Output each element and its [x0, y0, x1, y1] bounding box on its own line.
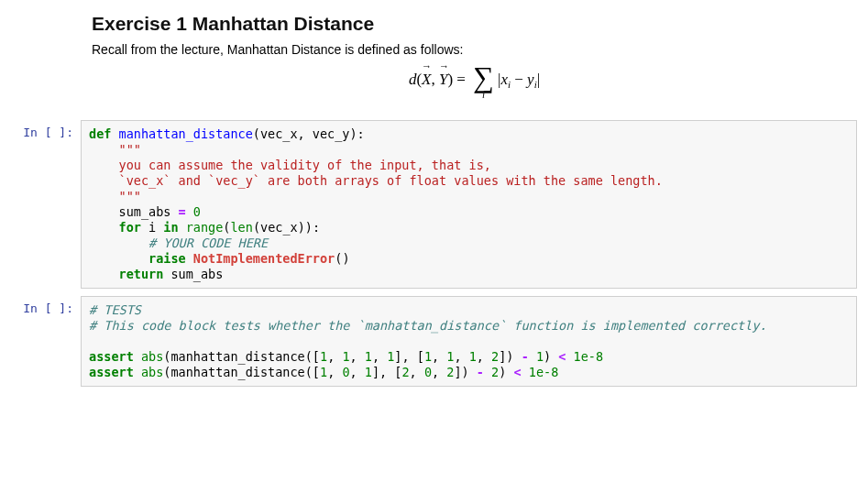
markdown-cell: Exercise 1 Manhattan Distance Recall fro… [0, 13, 868, 100]
formula: d(→X, →Y) = ∑i |xi − yi| [92, 62, 857, 100]
code-cell-1: In [ ]: # TESTS # This code block tests … [0, 292, 868, 390]
input-prompt: In [ ]: [0, 120, 81, 289]
input-prompt: In [ ]: [0, 296, 81, 387]
exercise-heading: Exercise 1 Manhattan Distance [92, 13, 857, 35]
code-cell-0: In [ ]: def manhattan_distance(vec_x, ve… [0, 116, 868, 292]
code-input-0[interactable]: def manhattan_distance(vec_x, vec_y): ""… [81, 120, 857, 289]
formula-sum: ∑i [473, 62, 494, 100]
notebook: Exercise 1 Manhattan Distance Recall fro… [0, 13, 868, 390]
code-input-1[interactable]: # TESTS # This code block tests whether … [81, 296, 857, 387]
formula-vec-x: →X [422, 71, 431, 87]
intro-text: Recall from the lecture, Manhattan Dista… [92, 42, 857, 57]
formula-term: |xi − yi| [498, 71, 540, 90]
formula-vec-y: →Y [439, 71, 447, 87]
